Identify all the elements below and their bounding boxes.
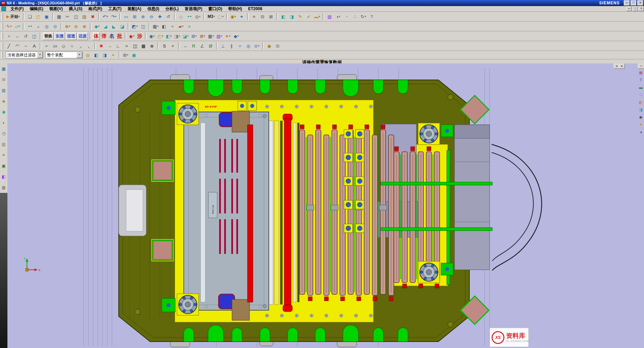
chevron-down-icon[interactable]: ▾ <box>37 52 43 58</box>
edit-object-button[interactable]: ✎ <box>296 13 304 21</box>
background-button-dropdown[interactable]: ▾ <box>222 15 224 18</box>
zoom-button[interactable]: ⊞ <box>131 13 139 21</box>
help-button[interactable]: ? <box>368 13 376 21</box>
sketch-button[interactable]: ✎▾ <box>5 23 13 30</box>
pan-button[interactable]: ✚ <box>156 13 164 21</box>
snap-point-button-dropdown[interactable]: ▾ <box>235 15 236 18</box>
subtract-button[interactable]: ⊖ <box>72 23 80 30</box>
sketch-button-dropdown[interactable]: ▾ <box>10 25 12 28</box>
toolbar-grip[interactable] <box>1 42 3 49</box>
menu-window[interactable]: 窗口(O) <box>206 6 225 12</box>
right-gray-block[interactable] <box>455 125 490 270</box>
reuse-library-tab[interactable]: ◈ <box>0 96 7 106</box>
target-icon[interactable]: ◉ <box>638 113 644 121</box>
section-icon[interactable]: ◨ <box>638 106 644 113</box>
bar-display-icon[interactable]: ▬ <box>638 84 644 91</box>
shaded-view-button-dropdown[interactable]: ▾ <box>190 15 192 18</box>
point-tool[interactable]: ＋ <box>169 42 177 50</box>
parallel-constraint-tool[interactable]: ∥ <box>228 42 235 50</box>
mirror-feature-button[interactable]: ◧ <box>160 23 168 30</box>
expressions-button[interactable]: = <box>185 23 193 30</box>
edge-blend-button[interactable]: ◆▾ <box>93 23 101 30</box>
zoom-in-button[interactable]: ⊕ <box>139 13 147 21</box>
cut-button[interactable]: ✂ <box>64 13 71 21</box>
snap-point-button[interactable]: ◉▾ <box>229 13 237 21</box>
render-style-button[interactable]: M3▾ <box>206 13 216 21</box>
find-component-button-dropdown[interactable]: ▾ <box>153 35 155 37</box>
move-object-button[interactable]: ＋ <box>169 23 176 30</box>
intersection-point-tool[interactable]: ⊗ <box>148 42 156 50</box>
conic-tool[interactable]: ~ <box>22 42 30 50</box>
arrangements-button[interactable]: ◆▾ <box>232 32 240 40</box>
copy-button[interactable]: ◫ <box>72 13 80 21</box>
detail-filter-button[interactable]: ▣ <box>130 51 138 59</box>
interference-button[interactable]: 涉 <box>136 32 143 40</box>
synchronous-modeling-button[interactable]: ▰▾ <box>177 23 185 30</box>
extrude-button[interactable]: ◓▾ <box>26 23 34 30</box>
grid-tool[interactable]: ⊞ <box>274 42 282 50</box>
boss-button[interactable]: ⊙ <box>51 23 59 30</box>
datum-display-button[interactable]: ✦ <box>238 13 245 21</box>
auto-constrain-tool-dropdown[interactable]: ▾ <box>258 45 260 47</box>
part-navigator-tab[interactable]: ▤ <box>0 85 7 95</box>
menu-file[interactable]: 文件(F) <box>8 6 26 12</box>
menu-format[interactable]: 格式(R) <box>86 6 105 12</box>
close-button[interactable]: × <box>637 0 643 6</box>
dim-linear-tool[interactable]: ↔ <box>181 42 189 50</box>
spring-toggle-button[interactable]: 弹 <box>100 32 108 40</box>
hide-component-button-dropdown[interactable]: ▾ <box>179 35 180 37</box>
edge-blend-button-dropdown[interactable]: ▾ <box>98 25 99 28</box>
instance-feature-button[interactable]: ▦▾ <box>152 23 159 30</box>
check-mate-button[interactable]: ✓ <box>305 13 313 21</box>
offset-curve-tool[interactable]: ≈ <box>123 42 130 50</box>
display-mode-button[interactable]: ◑▾ <box>334 13 342 21</box>
wave-link-button[interactable]: ◪▾ <box>182 32 189 40</box>
menu-assemblies[interactable]: 装配(A) <box>125 6 144 12</box>
face-translucent-button[interactable]: 面透 <box>66 32 77 40</box>
points-display-icon[interactable]: ∴ <box>638 91 644 98</box>
datum-plane-button[interactable]: ▱▾ <box>13 23 21 30</box>
dim-diameter-tool[interactable]: Ø <box>207 42 214 50</box>
repeat-command-button-dropdown[interactable]: ▾ <box>365 15 366 18</box>
assembly-load-button[interactable]: ◧ <box>280 13 287 21</box>
menu-preferences[interactable]: 首选项(P) <box>182 6 205 12</box>
draft-button[interactable]: ◣ <box>110 23 118 30</box>
concentric-constraint-tool[interactable]: ◎ <box>244 42 252 50</box>
pattern-component-button[interactable]: ▦▾ <box>207 32 215 40</box>
toolbar-grip[interactable] <box>1 33 3 39</box>
measure-button-dropdown[interactable]: ▾ <box>319 15 320 18</box>
full-screen-icon[interactable]: ▦ <box>638 69 644 76</box>
polygon-tool[interactable]: ◇ <box>60 42 67 50</box>
menu-insert[interactable]: 插入(S) <box>66 6 85 12</box>
dim-angular-tool[interactable]: ∠ <box>198 42 206 50</box>
assembly-options-button[interactable]: ◨ <box>288 13 296 21</box>
doc-minimize-button[interactable]: — <box>626 6 632 11</box>
move-comp-button[interactable]: ⊠▾ <box>199 32 206 40</box>
pattern-curve-tool[interactable]: ▦ <box>140 42 147 50</box>
fillet-tool[interactable]: ◞ <box>77 42 84 50</box>
snap-tool[interactable]: ◉ <box>265 42 273 50</box>
open-file-button[interactable]: ◰ <box>34 13 42 21</box>
move-to-layer-button[interactable]: ⊠ <box>267 13 275 21</box>
shell-button[interactable]: ◪ <box>118 23 126 30</box>
restore-button[interactable]: 还原 <box>77 32 88 40</box>
blue-insert-top[interactable] <box>219 113 234 127</box>
wave-link-button-dropdown[interactable]: ▾ <box>187 35 188 37</box>
chamfer-curve-tool[interactable]: ◟ <box>85 42 93 50</box>
point-dialog-button[interactable]: ＋ <box>5 32 13 40</box>
sequence-button-dropdown[interactable]: ▾ <box>221 35 222 37</box>
menu-analysis[interactable]: 分析(L) <box>163 6 181 12</box>
wireframe-view-button-dropdown[interactable]: ▾ <box>199 15 201 18</box>
star-icon[interactable]: ✦ <box>638 121 644 128</box>
show-component-button-dropdown[interactable]: ▾ <box>170 35 172 37</box>
menu-et2008[interactable]: ET2008 <box>245 6 265 12</box>
die-insert-plate[interactable]: first cut <box>184 112 269 310</box>
assembly-constraints-button-dropdown[interactable]: ▾ <box>196 35 197 37</box>
delete-button[interactable]: ✖ <box>89 13 97 21</box>
quick-trim-tool[interactable]: ✖ <box>97 42 105 50</box>
arc-tool[interactable]: ◠ <box>13 42 21 50</box>
pattern-component-button-dropdown[interactable]: ▾ <box>212 35 214 37</box>
ellipse-tool[interactable]: ○ <box>68 42 76 50</box>
roles-tab[interactable]: ◧ <box>0 172 7 182</box>
rotate-view-button[interactable]: ↺ <box>165 13 172 21</box>
